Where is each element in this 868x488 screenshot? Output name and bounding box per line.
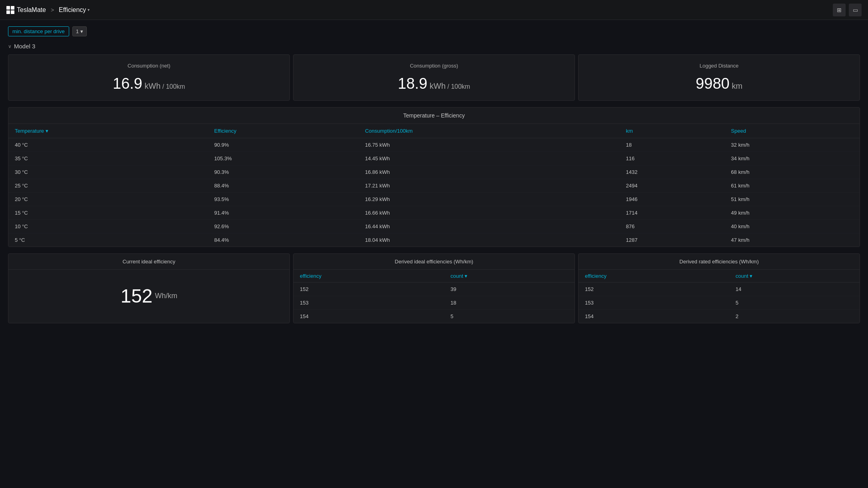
cell-temp: 35 °C (8, 152, 208, 165)
cell-efficiency: 154 (579, 310, 729, 323)
table-row: 25 °C 88.4% 17.21 kWh 2494 61 km/h (8, 179, 860, 193)
model-section-header[interactable]: ∨ Model 3 (8, 43, 860, 50)
cell-km: 1287 (619, 233, 724, 247)
cell-count: 2 (729, 310, 860, 323)
bottom-grid: Current ideal efficiency 152 Wh/km Deriv… (8, 253, 860, 323)
top-bar: TeslaMate > Efficiency ▾ ⊞ ▭ (0, 0, 868, 20)
stat-value-gross: 18.9 kWh / 100km (303, 75, 565, 92)
cell-speed: 40 km/h (724, 220, 860, 233)
cell-speed: 47 km/h (724, 233, 860, 247)
sort-icon: ▾ (750, 273, 752, 279)
table-row: 10 °C 92.6% 16.44 kWh 876 40 km/h (8, 220, 860, 233)
stat-title-distance: Logged Distance (588, 63, 850, 69)
breadcrumb: TeslaMate > Efficiency ▾ (6, 6, 90, 14)
main-content: min. distance per drive 1 ▾ ∨ Model 3 Co… (0, 20, 868, 330)
menu-icon-button[interactable]: ⊞ (833, 4, 846, 16)
cell-consumption: 14.45 kWh (359, 152, 620, 165)
cell-consumption: 16.86 kWh (359, 165, 620, 179)
current-ideal-title: Current ideal efficiency (8, 254, 289, 270)
menu-icon: ⊞ (837, 7, 842, 13)
col-km[interactable]: km (619, 124, 724, 138)
cell-temp: 40 °C (8, 138, 208, 152)
cell-count: 5 (444, 310, 575, 323)
derived-ideal-col-efficiency[interactable]: efficiency (293, 270, 444, 283)
cell-km: 1946 (619, 193, 724, 206)
cell-efficiency: 84.4% (208, 233, 359, 247)
cell-temp: 10 °C (8, 220, 208, 233)
cell-efficiency: 152 (293, 283, 444, 296)
cell-efficiency: 90.3% (208, 165, 359, 179)
filter-label-button[interactable]: min. distance per drive (8, 26, 69, 36)
stat-title-net: Consumption (net) (18, 63, 280, 69)
monitor-icon: ▭ (853, 7, 858, 13)
cell-km: 18 (619, 138, 724, 152)
derived-ideal-card: Derived ideal efficiencies (Wh/km) effic… (293, 253, 575, 323)
derived-rated-col-efficiency[interactable]: efficiency (579, 270, 729, 283)
cell-speed: 68 km/h (724, 165, 860, 179)
list-item: 154 2 (579, 310, 860, 323)
table-row: 30 °C 90.3% 16.86 kWh 1432 68 km/h (8, 165, 860, 179)
sort-icon: ▾ (46, 128, 48, 134)
current-ideal-value: 152 (120, 285, 152, 307)
derived-rated-col-count[interactable]: count ▾ (729, 270, 860, 283)
cell-count: 5 (729, 296, 860, 310)
current-ideal-unit: Wh/km (155, 292, 178, 300)
stat-title-gross: Consumption (gross) (303, 63, 565, 69)
page-title[interactable]: Efficiency ▾ (59, 6, 90, 14)
cell-consumption: 16.29 kWh (359, 193, 620, 206)
cell-efficiency: 153 (293, 296, 444, 310)
filter-bar: min. distance per drive 1 ▾ (8, 26, 860, 36)
col-temperature[interactable]: Temperature ▾ (8, 124, 208, 138)
cell-km: 116 (619, 152, 724, 165)
col-consumption[interactable]: Consumption/100km (359, 124, 620, 138)
col-speed[interactable]: Speed (724, 124, 860, 138)
table-row: 15 °C 91.4% 16.66 kWh 1714 49 km/h (8, 206, 860, 220)
cell-km: 1714 (619, 206, 724, 220)
app-logo[interactable]: TeslaMate (6, 6, 46, 14)
temp-efficiency-title: Temperature – Efficiency (8, 108, 860, 124)
cell-efficiency: 93.5% (208, 193, 359, 206)
header-actions: ⊞ ▭ (833, 4, 862, 16)
list-item: 154 5 (293, 310, 575, 323)
cell-consumption: 17.21 kWh (359, 179, 620, 193)
current-ideal-card: Current ideal efficiency 152 Wh/km (8, 253, 290, 323)
filter-dropdown[interactable]: 1 ▾ (72, 26, 87, 36)
cell-speed: 51 km/h (724, 193, 860, 206)
temp-efficiency-card: Temperature – Efficiency Temperature ▾ E… (8, 107, 860, 247)
cell-temp: 30 °C (8, 165, 208, 179)
cell-km: 876 (619, 220, 724, 233)
cell-count: 39 (444, 283, 575, 296)
cell-consumption: 16.44 kWh (359, 220, 620, 233)
cell-consumption: 16.75 kWh (359, 138, 620, 152)
table-row: 35 °C 105.3% 14.45 kWh 116 34 km/h (8, 152, 860, 165)
app-name: TeslaMate (17, 6, 46, 14)
cell-km: 1432 (619, 165, 724, 179)
stats-grid: Consumption (net) 16.9 kWh / 100km Consu… (8, 54, 860, 101)
cell-efficiency: 105.3% (208, 152, 359, 165)
cell-efficiency: 154 (293, 310, 444, 323)
cell-speed: 61 km/h (724, 179, 860, 193)
cell-efficiency: 153 (579, 296, 729, 310)
table-row: 5 °C 84.4% 18.04 kWh 1287 47 km/h (8, 233, 860, 247)
chevron-down-icon: ▾ (80, 28, 83, 34)
list-item: 152 39 (293, 283, 575, 296)
monitor-icon-button[interactable]: ▭ (849, 4, 862, 16)
list-item: 153 18 (293, 296, 575, 310)
derived-rated-card: Derived rated efficiencies (Wh/km) effic… (578, 253, 860, 323)
stat-value-distance: 9980 km (588, 75, 850, 92)
chevron-down-icon: ▾ (88, 8, 90, 12)
logo-icon (6, 6, 14, 14)
current-ideal-value-container: 152 Wh/km (8, 270, 289, 322)
list-item: 152 14 (579, 283, 860, 296)
col-efficiency[interactable]: Efficiency (208, 124, 359, 138)
cell-count: 14 (729, 283, 860, 296)
cell-consumption: 18.04 kWh (359, 233, 620, 247)
cell-temp: 25 °C (8, 179, 208, 193)
derived-ideal-col-count[interactable]: count ▾ (444, 270, 575, 283)
temp-efficiency-table: Temperature ▾ Efficiency Consumption/100… (8, 124, 860, 247)
stat-card-net: Consumption (net) 16.9 kWh / 100km (8, 54, 290, 101)
cell-count: 18 (444, 296, 575, 310)
stat-card-gross: Consumption (gross) 18.9 kWh / 100km (293, 54, 575, 101)
list-item: 153 5 (579, 296, 860, 310)
stat-card-distance: Logged Distance 9980 km (578, 54, 860, 101)
